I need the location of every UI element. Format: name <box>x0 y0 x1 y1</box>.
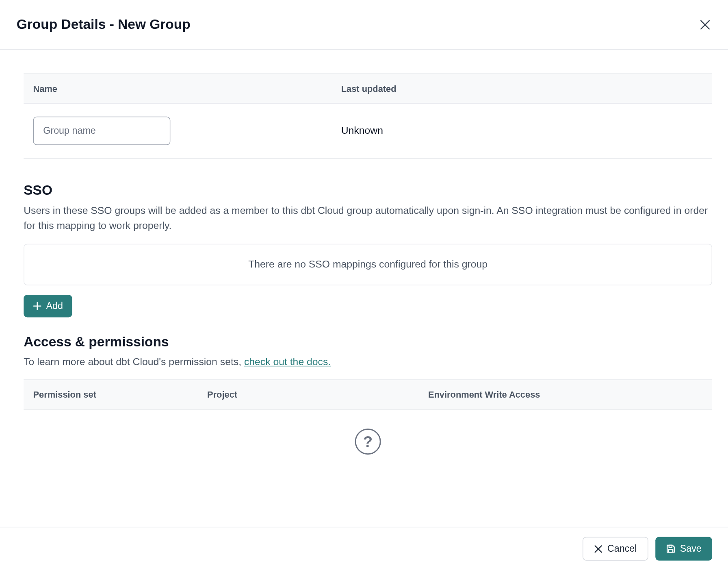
question-icon: ? <box>355 429 381 455</box>
sso-description: Users in these SSO groups will be added … <box>24 203 712 234</box>
save-icon <box>666 544 675 553</box>
cancel-x-icon <box>594 544 602 553</box>
sso-title: SSO <box>24 182 712 198</box>
add-sso-button[interactable]: Add <box>24 295 72 317</box>
permission-set-header: Permission set <box>33 389 208 400</box>
svg-rect-7 <box>668 549 672 552</box>
svg-rect-6 <box>669 545 672 548</box>
modal-title: Group Details - New Group <box>17 17 191 33</box>
close-button[interactable] <box>698 17 712 32</box>
env-access-header: Environment Write Access <box>428 389 703 400</box>
modal-footer: Cancel Save <box>0 527 728 570</box>
updated-header-label: Last updated <box>341 83 703 94</box>
permissions-section: Access & permissions To learn more about… <box>24 334 712 455</box>
add-sso-label: Add <box>46 300 63 311</box>
plus-icon <box>33 302 41 310</box>
permissions-empty-state: ? <box>24 410 712 455</box>
permissions-table-header: Permission set Project Environment Write… <box>24 379 712 409</box>
name-table: Name Last updated Unknown <box>24 74 712 159</box>
cancel-label: Cancel <box>607 544 637 554</box>
docs-link[interactable]: check out the docs. <box>244 356 331 368</box>
modal-header: Group Details - New Group <box>0 0 728 50</box>
close-icon <box>699 19 711 30</box>
project-header: Project <box>207 389 428 400</box>
group-details-modal: Group Details - New Group Name Last upda… <box>0 0 728 570</box>
permissions-desc-prefix: To learn more about dbt Cloud's permissi… <box>24 356 244 368</box>
sso-empty-state: There are no SSO mappings configured for… <box>24 244 712 285</box>
name-table-row: Unknown <box>24 104 712 158</box>
permissions-title: Access & permissions <box>24 334 712 350</box>
save-label: Save <box>680 544 702 554</box>
sso-section: SSO Users in these SSO groups will be ad… <box>24 182 712 317</box>
save-button[interactable]: Save <box>655 537 712 561</box>
group-name-input[interactable] <box>33 117 171 145</box>
name-table-header: Name Last updated <box>24 74 712 104</box>
modal-body: Name Last updated Unknown SSO Users in t… <box>0 50 728 515</box>
permissions-description: To learn more about dbt Cloud's permissi… <box>24 355 712 370</box>
last-updated-value: Unknown <box>341 125 383 136</box>
cancel-button[interactable]: Cancel <box>583 537 648 561</box>
name-header-label: Name <box>33 83 341 94</box>
